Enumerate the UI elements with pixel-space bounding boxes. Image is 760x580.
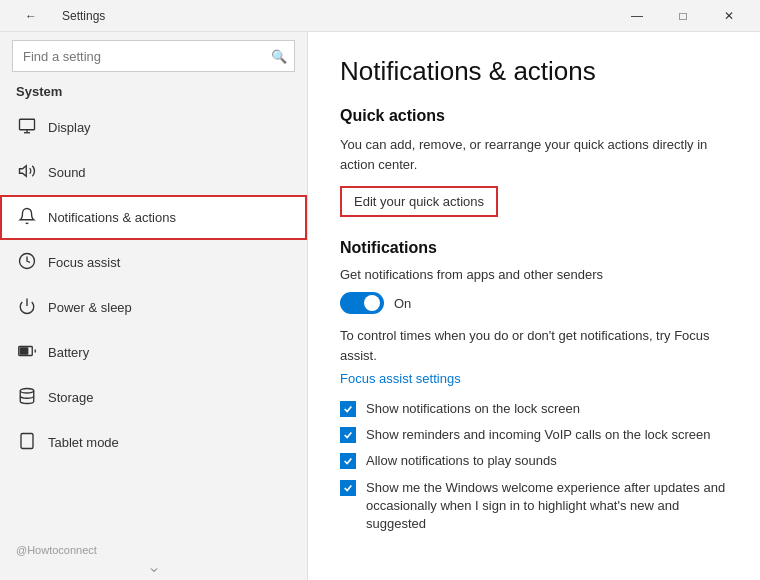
checkbox-lock-screen-label: Show notifications on the lock screen [366, 400, 580, 418]
sidebar-item-storage[interactable]: Storage [0, 375, 307, 420]
edit-quick-actions-button[interactable]: Edit your quick actions [340, 186, 498, 217]
search-container: 🔍 [0, 32, 307, 80]
checkbox-row-1: Show reminders and incoming VoIP calls o… [340, 426, 728, 444]
watermark: @Howtoconnect [0, 542, 307, 560]
sidebar-item-tablet[interactable]: Tablet mode [0, 420, 307, 465]
display-label: Display [48, 120, 91, 135]
svg-point-8 [20, 389, 34, 394]
notifications-label: Notifications & actions [48, 210, 176, 225]
sidebar-item-notifications[interactable]: Notifications & actions [0, 195, 307, 240]
checkbox-reminders[interactable] [340, 427, 356, 443]
notifications-toggle[interactable] [340, 292, 384, 314]
toggle-label: On [394, 296, 411, 311]
minimize-button[interactable]: — [614, 0, 660, 32]
checkbox-lock-screen[interactable] [340, 401, 356, 417]
window-controls: — □ ✕ [614, 0, 752, 32]
sidebar-nav: Display Sound [0, 105, 307, 542]
focus-icon [18, 252, 36, 273]
search-icon: 🔍 [271, 49, 287, 64]
sidebar: 🔍 System Display [0, 32, 308, 580]
storage-icon [18, 387, 36, 408]
back-button[interactable]: ← [8, 0, 54, 32]
titlebar: ← Settings — □ ✕ [0, 0, 760, 32]
app-title: Settings [62, 9, 105, 23]
quick-actions-title: Quick actions [340, 107, 728, 125]
svg-rect-9 [21, 434, 33, 449]
checkbox-sounds-label: Allow notifications to play sounds [366, 452, 557, 470]
maximize-button[interactable]: □ [660, 0, 706, 32]
checkbox-reminders-label: Show reminders and incoming VoIP calls o… [366, 426, 710, 444]
app-body: 🔍 System Display [0, 32, 760, 580]
power-label: Power & sleep [48, 300, 132, 315]
display-icon [18, 117, 36, 138]
storage-label: Storage [48, 390, 94, 405]
svg-marker-3 [20, 166, 27, 177]
svg-rect-0 [20, 119, 35, 130]
search-input[interactable] [12, 40, 295, 72]
focus-assist-text: To control times when you do or don't ge… [340, 326, 728, 365]
checkbox-row-3: Show me the Windows welcome experience a… [340, 479, 728, 534]
tablet-label: Tablet mode [48, 435, 119, 450]
battery-label: Battery [48, 345, 89, 360]
sound-label: Sound [48, 165, 86, 180]
checkbox-welcome-label: Show me the Windows welcome experience a… [366, 479, 728, 534]
sidebar-item-focus[interactable]: Focus assist [0, 240, 307, 285]
close-button[interactable]: ✕ [706, 0, 752, 32]
sidebar-item-display[interactable]: Display [0, 105, 307, 150]
focus-assist-link[interactable]: Focus assist settings [340, 371, 461, 386]
sidebar-scroll-down[interactable] [0, 560, 307, 580]
page-title: Notifications & actions [340, 56, 728, 87]
checkbox-row-2: Allow notifications to play sounds [340, 452, 728, 470]
checkbox-welcome[interactable] [340, 480, 356, 496]
main-content: Notifications & actions Quick actions Yo… [308, 32, 760, 580]
sidebar-category: System [0, 80, 307, 105]
checkbox-row-0: Show notifications on the lock screen [340, 400, 728, 418]
sidebar-item-sound[interactable]: Sound [0, 150, 307, 195]
sidebar-item-power[interactable]: Power & sleep [0, 285, 307, 330]
notifications-title: Notifications [340, 239, 728, 257]
sidebar-item-battery[interactable]: Battery [0, 330, 307, 375]
battery-icon [18, 342, 36, 363]
notifications-description: Get notifications from apps and other se… [340, 267, 728, 282]
sound-icon [18, 162, 36, 183]
focus-label: Focus assist [48, 255, 120, 270]
power-icon [18, 297, 36, 318]
svg-rect-7 [20, 348, 28, 354]
notifications-icon [18, 207, 36, 228]
notifications-toggle-row: On [340, 292, 728, 314]
quick-actions-description: You can add, remove, or rearrange your q… [340, 135, 728, 174]
tablet-icon [18, 432, 36, 453]
toggle-thumb [364, 295, 380, 311]
checkbox-sounds[interactable] [340, 453, 356, 469]
